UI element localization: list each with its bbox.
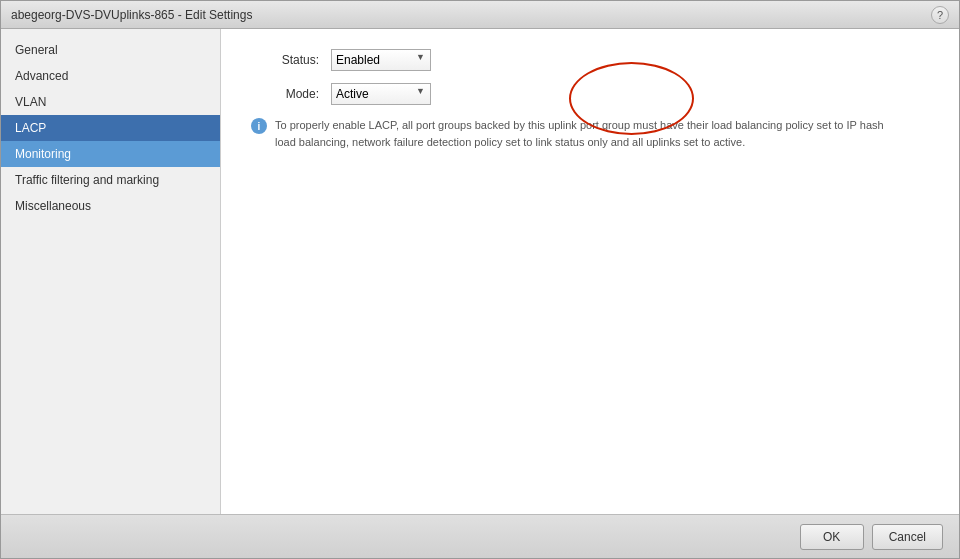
sidebar-item-lacp[interactable]: LACP: [1, 115, 220, 141]
info-text: To properly enable LACP, all port groups…: [275, 117, 895, 150]
sidebar-item-traffic[interactable]: Traffic filtering and marking: [1, 167, 220, 193]
main-window: abegeorg-DVS-DVUplinks-865 - Edit Settin…: [0, 0, 960, 559]
sidebar-item-misc[interactable]: Miscellaneous: [1, 193, 220, 219]
status-select-wrapper: Enabled Disabled: [331, 49, 431, 71]
ok-button[interactable]: OK: [800, 524, 864, 550]
help-button[interactable]: ?: [931, 6, 949, 24]
main-content: General Advanced VLAN LACP Monitoring Tr…: [1, 29, 959, 514]
mode-row: Mode: Active Passive: [251, 83, 929, 105]
status-row: Status: Enabled Disabled: [251, 49, 929, 71]
mode-select-wrapper: Active Passive: [331, 83, 431, 105]
sidebar-item-monitoring[interactable]: Monitoring: [1, 141, 220, 167]
footer: OK Cancel: [1, 514, 959, 558]
mode-select[interactable]: Active Passive: [331, 83, 431, 105]
info-icon: i: [251, 118, 267, 134]
sidebar-item-vlan[interactable]: VLAN: [1, 89, 220, 115]
sidebar-item-general[interactable]: General: [1, 37, 220, 63]
titlebar: abegeorg-DVS-DVUplinks-865 - Edit Settin…: [1, 1, 959, 29]
info-row: i To properly enable LACP, all port grou…: [251, 117, 929, 150]
status-select[interactable]: Enabled Disabled: [331, 49, 431, 71]
sidebar-item-advanced[interactable]: Advanced: [1, 63, 220, 89]
sidebar: General Advanced VLAN LACP Monitoring Tr…: [1, 29, 221, 514]
mode-label: Mode:: [251, 87, 331, 101]
window-title: abegeorg-DVS-DVUplinks-865 - Edit Settin…: [11, 8, 252, 22]
cancel-button[interactable]: Cancel: [872, 524, 943, 550]
status-label: Status:: [251, 53, 331, 67]
content-area: Status: Enabled Disabled Mode: Active Pa…: [221, 29, 959, 514]
